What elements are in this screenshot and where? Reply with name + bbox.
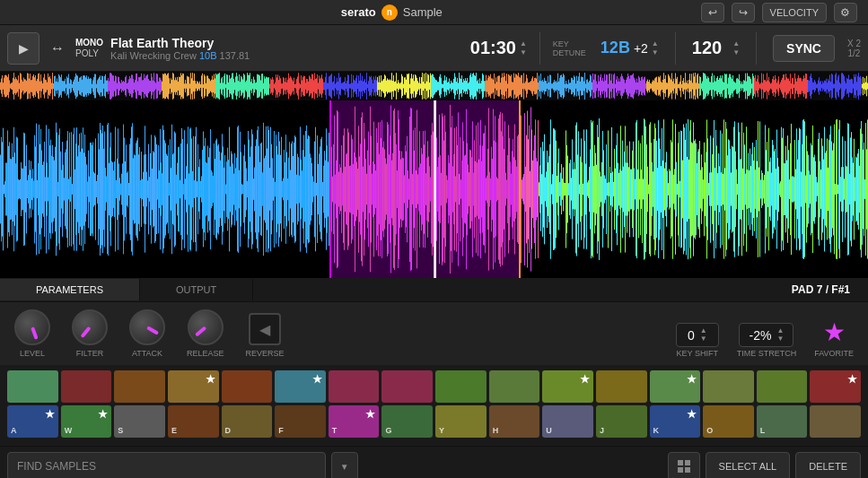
filter-knob[interactable] [72,309,108,345]
pad-label: PAD 7 / F#1 [774,278,868,301]
play-button[interactable]: ▶ [7,32,39,65]
pad-pads-row2-0[interactable]: ★A [7,405,58,438]
track-bar: ▶ ↔ MONO POLY Flat Earth Theory Kali Wre… [0,25,868,72]
key-value-group: 12B +2 ▲ ▼ [601,39,659,57]
tabs-row: PARAMETERS OUTPUT PAD 7 / F#1 [0,278,868,302]
pad-pads-row1-15[interactable]: ★ [810,370,861,403]
pad-pads-row2-14[interactable]: L [757,405,808,438]
key-shift-up[interactable]: ▲ [700,327,707,335]
time-stretch-up[interactable]: ▲ [776,327,784,335]
time-stretch-stepper[interactable]: ▲ ▼ [776,327,784,343]
delete-button[interactable]: DELETE [795,452,861,478]
pad-pads-row2-6[interactable]: ★T [329,405,380,438]
serato-logo-icon: n [381,4,398,21]
tab-parameters[interactable]: PARAMETERS [0,279,140,300]
pad-pads-row2-9[interactable]: H [489,405,540,438]
tab-output[interactable]: OUTPUT [140,279,253,300]
svg-rect-3 [685,467,690,473]
pad-pads-row1-13[interactable] [703,370,754,403]
pad-pads-row1-0[interactable] [7,370,58,403]
grid-view-button[interactable] [668,452,700,478]
key-shift-down[interactable]: ▼ [700,335,707,343]
bpm-arrows[interactable]: ▲ ▼ [732,39,740,56]
bottom-section: PARAMETERS OUTPUT PAD 7 / F#1 LEVEL FILT… [0,278,868,478]
key-arrows[interactable]: ▲ ▼ [652,39,659,56]
pad-pads-row2-1[interactable]: ★W [61,405,112,438]
pad-pads-row1-1[interactable] [61,370,112,403]
half-label[interactable]: 1/2 [848,48,861,58]
pad-pads-row2-4[interactable]: D [222,405,273,438]
velocity-button[interactable]: VELOCITY [762,3,827,22]
pad-pads-row1-6[interactable] [329,370,380,403]
x2-label[interactable]: X 2 [847,39,861,48]
undo-button[interactable]: ↩ [701,3,724,22]
pad-pads-row2-15[interactable] [810,405,861,438]
key-shift-stepper[interactable]: ▲ ▼ [700,327,707,343]
key-down[interactable]: ▼ [652,48,659,56]
pad-pads-row1-14[interactable] [757,370,808,403]
divider-1 [539,32,540,65]
pads-row-2: ★A★WSEDF★TGYHUJ★KOL [7,405,861,438]
pads-row-1: ★★★★★ [7,370,861,403]
pad-pads-row2-12[interactable]: ★K [650,405,701,438]
x2-section: X 2 1/2 [847,39,861,58]
detune-label: DETUNE [553,48,586,57]
time-arrows[interactable]: ▲ ▼ [520,39,527,56]
time-down[interactable]: ▼ [520,48,527,56]
waveform-overview[interactable] [0,72,868,100]
bpm-down[interactable]: ▼ [732,48,740,56]
pad-pads-row1-4[interactable] [222,370,273,403]
pad-pads-row1-9[interactable] [489,370,540,403]
reverse-label: REVERSE [246,349,285,358]
redo-button[interactable]: ↪ [732,3,755,22]
release-knob[interactable] [188,309,224,345]
favorite-star[interactable]: ★ [823,317,846,347]
pad-pads-row1-11[interactable] [596,370,647,403]
pad-pads-row2-8[interactable]: Y [435,405,487,438]
pad-pads-row1-7[interactable] [381,370,433,403]
track-bpm: 137.81 [220,50,250,61]
time-stretch-down[interactable]: ▼ [776,335,784,343]
level-knob-group: LEVEL [14,309,50,358]
pad-pads-row2-7[interactable]: G [381,405,433,438]
level-knob-indicator [31,326,39,340]
settings-button[interactable]: ⚙ [834,3,857,22]
play-icon: ▶ [19,41,29,56]
pad-pads-row1-2[interactable] [114,370,165,403]
pad-pads-row1-3[interactable]: ★ [168,370,219,403]
key-value: 12B [601,39,630,57]
level-knob[interactable] [14,309,50,345]
attack-knob-group: ATTACK [129,309,165,358]
find-samples-dropdown[interactable]: ▼ [331,452,358,478]
waveform-container[interactable] [0,72,868,278]
key-up[interactable]: ▲ [652,39,659,48]
pad-pads-row2-10[interactable]: U [542,405,593,438]
level-label: LEVEL [20,349,45,358]
select-all-button[interactable]: SELECT ALL [706,452,791,478]
time-up[interactable]: ▲ [520,39,527,48]
reverse-button[interactable]: ◀ [249,313,281,345]
key-shift-value: 0 ▲ ▼ [676,323,719,347]
pad-pads-row2-2[interactable]: S [114,405,165,438]
time-stretch-value: -2% ▲ ▼ [739,323,793,347]
pad-pads-row1-8[interactable] [435,370,487,403]
mono-poly-toggle[interactable]: MONO POLY [75,38,103,58]
waveform-main[interactable] [0,100,868,278]
selection-region[interactable] [329,100,521,278]
pad-pads-row2-3[interactable]: E [168,405,219,438]
pad-pads-row2-5[interactable]: F [275,405,326,438]
find-samples-button[interactable]: FIND SAMPLES [7,452,326,478]
top-bar: serato n Sample ↩ ↪ VELOCITY ⚙ [0,0,868,25]
pad-pads-row1-10[interactable]: ★ [542,370,593,403]
sync-button[interactable]: SYNC [773,35,835,62]
pad-pads-row1-12[interactable]: ★ [650,370,701,403]
pad-pads-row1-5[interactable]: ★ [275,370,326,403]
key-offset: +2 [634,41,648,56]
bpm-up[interactable]: ▲ [732,39,740,48]
attack-knob[interactable] [129,309,165,345]
pad-pads-row2-11[interactable]: J [596,405,647,438]
filter-knob-indicator [80,326,91,338]
pad-pads-row2-13[interactable]: O [703,405,754,438]
poly-label: POLY [75,48,103,58]
pads-container: ★★★★★ ★A★WSEDF★TGYHUJ★KOL [0,365,868,446]
